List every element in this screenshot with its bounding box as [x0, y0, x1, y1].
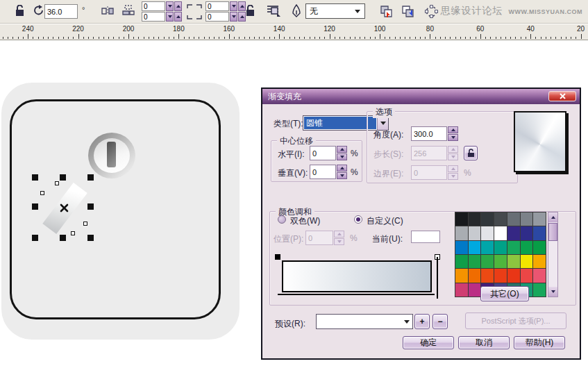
rotate-icon[interactable] [33, 5, 44, 16]
angle-spinner[interactable] [448, 126, 458, 141]
rotation-angle-input[interactable] [44, 4, 78, 19]
spin-down-button[interactable] [230, 1, 237, 11]
selection-handle[interactable] [32, 203, 38, 210]
palette-color[interactable] [455, 226, 468, 240]
spin-down-button[interactable] [166, 12, 174, 22]
position-x-input[interactable] [142, 1, 165, 11]
palette-color[interactable] [533, 212, 546, 226]
palette-color[interactable] [507, 212, 520, 226]
palette-color[interactable] [533, 241, 546, 254]
two-color-radio[interactable] [278, 215, 286, 224]
palette-color[interactable] [469, 269, 481, 282]
palette-color[interactable] [494, 241, 507, 254]
horizontal-ruler[interactable]: 24022020018016014012010080604020 [0, 24, 588, 40]
selection-handle[interactable] [32, 235, 38, 241]
palette-color[interactable] [507, 241, 520, 254]
palette-color[interactable] [469, 283, 481, 297]
pen-nib-icon[interactable] [292, 4, 301, 18]
palette-color[interactable] [455, 255, 468, 268]
curve-node[interactable] [83, 222, 87, 226]
to-front-icon[interactable] [401, 5, 415, 17]
palette-color[interactable] [455, 283, 468, 297]
spin-up-button[interactable] [174, 1, 182, 11]
dialog-titlebar[interactable]: 渐变填充 [262, 89, 580, 104]
palette-color[interactable] [481, 255, 494, 268]
palette-color[interactable] [494, 212, 507, 226]
selection-handle[interactable] [32, 174, 38, 181]
palette-color[interactable] [521, 255, 533, 268]
palette-color[interactable] [455, 212, 468, 226]
ok-button[interactable]: 确定 [403, 336, 454, 349]
gradient-strip[interactable] [282, 260, 432, 292]
selection-handle[interactable] [87, 235, 94, 241]
size-y-input[interactable] [205, 12, 229, 22]
palette-color[interactable] [469, 255, 481, 268]
cancel-button[interactable]: 取消 [458, 336, 510, 349]
palette-color[interactable] [455, 269, 468, 282]
palette-color[interactable] [494, 226, 507, 240]
curve-node[interactable] [55, 181, 59, 185]
palette-color[interactable] [469, 226, 481, 240]
chevron-down-icon[interactable] [401, 315, 412, 328]
custom-radio[interactable] [354, 215, 362, 224]
preset-remove-button[interactable]: − [432, 314, 448, 329]
scroll-up-button[interactable] [548, 212, 557, 222]
spin-up-button[interactable] [174, 12, 182, 22]
gradient-start-marker[interactable] [275, 254, 280, 260]
selection-handle[interactable] [60, 174, 66, 181]
palette-color[interactable] [469, 212, 481, 226]
presets-select[interactable] [316, 314, 413, 329]
object-center-x-icon[interactable] [60, 203, 69, 212]
spin-down-button[interactable] [166, 1, 174, 11]
help-button[interactable]: 帮助(H) [514, 336, 565, 349]
steps-lock-button[interactable] [464, 146, 478, 160]
scroll-down-button[interactable] [548, 287, 557, 297]
scrollbar-thumb[interactable] [548, 223, 557, 241]
spin-up-button[interactable] [238, 1, 246, 11]
palette-color[interactable] [455, 241, 468, 254]
size-x-input[interactable] [205, 1, 229, 11]
palette-color[interactable] [507, 255, 520, 268]
mirror-horizontal-icon[interactable] [101, 5, 114, 16]
palette-color[interactable] [533, 283, 546, 297]
keyhole-slot-shape[interactable] [107, 142, 116, 167]
palette-color[interactable] [521, 212, 533, 226]
selection-handle[interactable] [87, 174, 94, 181]
curve-node[interactable] [71, 231, 75, 235]
palette-color[interactable] [481, 212, 494, 226]
rotation-handles-icon[interactable] [425, 5, 438, 18]
horizontal-spinner[interactable] [337, 146, 347, 160]
selection-handle[interactable] [87, 203, 94, 210]
selection-handle[interactable] [60, 235, 66, 241]
vertical-input[interactable] [310, 165, 336, 179]
mirror-vertical-icon[interactable] [122, 5, 135, 16]
vertical-spinner[interactable] [337, 165, 347, 179]
palette-color[interactable] [481, 269, 494, 282]
angle-input[interactable] [411, 126, 447, 141]
palette-color[interactable] [521, 241, 533, 254]
lock-ratio-icon[interactable] [246, 5, 255, 17]
lock-icon[interactable] [15, 5, 24, 17]
others-button[interactable]: 其它(O) [480, 286, 529, 301]
palette-scrollbar[interactable] [548, 212, 558, 297]
close-button[interactable] [548, 91, 576, 101]
outline-width-select[interactable]: 无 [305, 3, 365, 19]
palette-color[interactable] [521, 269, 533, 282]
palette-color[interactable] [494, 269, 507, 282]
preset-add-button[interactable]: + [414, 314, 430, 329]
position-y-input[interactable] [142, 12, 165, 22]
palette-color[interactable] [533, 269, 546, 282]
palette-color[interactable] [533, 226, 546, 240]
palette-color[interactable] [494, 255, 507, 268]
to-back-icon[interactable] [380, 5, 394, 17]
palette-color[interactable] [481, 226, 494, 240]
current-color-swatch[interactable] [411, 231, 440, 243]
horizontal-input[interactable] [310, 146, 336, 160]
spin-up-button[interactable] [238, 12, 246, 22]
palette-color[interactable] [469, 241, 481, 254]
palette-color[interactable] [507, 269, 520, 282]
palette-color[interactable] [533, 255, 546, 268]
palette-color[interactable] [507, 226, 520, 240]
curve-node[interactable] [40, 191, 44, 195]
wrap-text-icon[interactable] [267, 4, 282, 18]
